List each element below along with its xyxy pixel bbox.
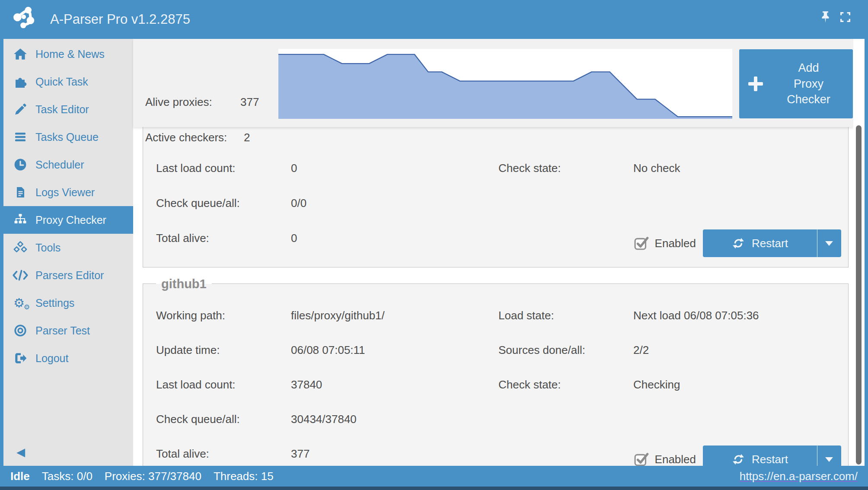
puzzle-icon: [12, 75, 29, 89]
github1-row-sources-done: Sources done/all: 2/2: [498, 333, 649, 367]
field-value: 30434/37840: [291, 413, 357, 426]
code-icon: [12, 269, 29, 282]
sidebar: Home & News Quick Task Task Editor Tasks…: [3, 39, 133, 466]
section1-enabled-checkbox[interactable]: Enabled: [634, 236, 696, 250]
sidebar-item-label: Home & News: [35, 48, 105, 60]
window-edge-right: [865, 0, 868, 490]
plus-icon: [748, 76, 763, 92]
fullscreen-icon[interactable]: [839, 11, 851, 25]
sidebar-item-label: Settings: [35, 297, 74, 309]
sidebar-item-proxy-checker[interactable]: Proxy Checker: [3, 206, 133, 234]
app-header: A-Parser Pro v1.2.2875: [0, 0, 868, 39]
gears-icon: ⚙⚙: [12, 296, 29, 310]
sidebar-item-label: Scheduler: [35, 159, 84, 171]
sidebar-item-logs-viewer[interactable]: Logs Viewer: [3, 178, 133, 206]
sidebar-item-label: Tasks Queue: [35, 131, 99, 143]
checked-checkbox-icon: [634, 452, 650, 466]
field-value: files/proxy/github1/: [291, 309, 385, 322]
chevron-down-icon: [825, 457, 833, 462]
content-scrollbar-thumb[interactable]: [856, 125, 862, 465]
field-label: Last load count:: [156, 378, 291, 391]
refresh-icon: [732, 237, 745, 250]
active-checkers-label: Active checkers:: [145, 131, 227, 144]
sidebar-item-label: Logout: [35, 352, 68, 365]
field-value: 377: [291, 447, 310, 461]
field-label: Working path:: [156, 309, 291, 322]
field-label: Check state:: [498, 162, 633, 175]
field-value: 37840: [291, 378, 322, 391]
section1-row-check-queue: Check queue/all: 0/0: [143, 186, 848, 221]
bullseye-icon: [12, 324, 29, 337]
sidebar-item-parser-test[interactable]: Parser Test: [3, 317, 133, 344]
document-icon: [12, 186, 29, 199]
field-label: Update time:: [156, 344, 291, 357]
sidebar-item-logout[interactable]: Logout: [3, 344, 133, 372]
sidebar-item-label: Task Editor: [35, 103, 89, 116]
refresh-icon: [732, 453, 745, 466]
sidebar-item-scheduler[interactable]: Scheduler: [3, 151, 133, 178]
field-value: 0: [291, 162, 297, 175]
a-parser-site-link[interactable]: https://en.a-parser.com/: [740, 470, 858, 483]
status-tasks: Tasks: 0/0: [42, 470, 93, 483]
enabled-label: Enabled: [655, 453, 696, 466]
add-proxy-checker-button[interactable]: Add Proxy Checker: [739, 49, 853, 118]
field-label: Total alive:: [156, 232, 291, 245]
chevron-down-icon: [825, 241, 833, 246]
field-label: Check queue/all:: [156, 197, 291, 210]
sidebar-item-quick-task[interactable]: Quick Task: [3, 68, 133, 95]
sidebar-item-parsers-editor[interactable]: Parsers Editor: [3, 261, 133, 289]
alive-proxies-label: Alive proxies:: [145, 95, 212, 109]
section1-restart-action[interactable]: Restart: [703, 229, 817, 257]
section1-restart-button: Restart: [703, 229, 841, 257]
sidebar-item-label: Quick Task: [35, 76, 88, 88]
sidebar-item-label: Tools: [35, 242, 61, 254]
add-proxy-checker-label: Add Proxy Checker: [773, 60, 844, 107]
alive-proxies-value: 377: [240, 95, 259, 109]
field-value: 2/2: [633, 344, 649, 357]
status-bar: Idle Tasks: 0/0 Proxies: 377/37840 Threa…: [0, 466, 868, 487]
proxy-checker-section-github1: github1 Working path: files/proxy/github…: [143, 283, 849, 487]
sidebar-item-label: Logs Viewer: [35, 186, 95, 199]
status-proxies: Proxies: 377/37840: [105, 470, 201, 483]
field-value: 0/0: [291, 197, 306, 210]
sidebar-item-tools[interactable]: Tools: [3, 234, 133, 261]
sidebar-item-settings[interactable]: ⚙⚙ Settings: [3, 289, 133, 317]
field-value: No check: [633, 162, 680, 175]
section1-row-last-load-count: Last load count: 0 Check state: No check: [143, 151, 848, 186]
sitemap-icon: [12, 213, 29, 226]
field-value: Next load 06/08 07:05:36: [633, 309, 759, 322]
section1-controls: Enabled Restart: [634, 229, 841, 257]
stats-panel: Alive proxies: 377 Active checkers: 2 Ad…: [133, 39, 853, 127]
window-edge-left: [0, 0, 3, 490]
status-threads: Threads: 15: [214, 470, 274, 483]
field-value: 06/08 07:05:11: [291, 344, 365, 357]
list-icon: [12, 131, 29, 143]
sidebar-collapse-button[interactable]: ◀: [16, 445, 25, 459]
sidebar-item-label: Parsers Editor: [35, 269, 104, 282]
field-label: Last load count:: [156, 162, 291, 175]
restart-label: Restart: [752, 453, 788, 466]
field-label: Check queue/all:: [156, 413, 291, 426]
window-edge-bottom: [0, 487, 868, 490]
field-label: Sources done/all:: [498, 344, 633, 357]
cubes-icon: [12, 241, 29, 255]
sidebar-item-label: Proxy Checker: [35, 214, 106, 226]
github1-row-load-state: Load state: Next load 06/08 07:05:36: [498, 298, 759, 333]
github1-row-working-path: Working path: files/proxy/github1/ Load …: [143, 298, 848, 333]
section1-row-check-state: Check state: No check: [498, 151, 680, 186]
sidebar-item-task-editor[interactable]: Task Editor: [3, 95, 133, 123]
pin-icon[interactable]: [820, 10, 831, 25]
github1-enabled-checkbox[interactable]: Enabled: [634, 452, 696, 466]
sidebar-item-label: Parser Test: [35, 325, 90, 337]
github1-row-check-state: Check state: Checking: [498, 367, 680, 402]
chart-area-fill: [278, 54, 732, 119]
field-value: Checking: [633, 378, 680, 391]
checked-checkbox-icon: [634, 236, 650, 250]
content-scrollbar-track[interactable]: [853, 39, 865, 466]
sidebar-item-tasks-queue[interactable]: Tasks Queue: [3, 123, 133, 151]
section1-restart-dropdown[interactable]: [817, 229, 841, 257]
app-window: A-Parser Pro v1.2.2875 Home & News: [0, 0, 868, 490]
sidebar-item-home-news[interactable]: Home & News: [3, 40, 133, 68]
active-checkers-value: 2: [244, 131, 250, 144]
github1-row-last-load-count: Last load count: 37840 Check state: Chec…: [143, 367, 848, 402]
